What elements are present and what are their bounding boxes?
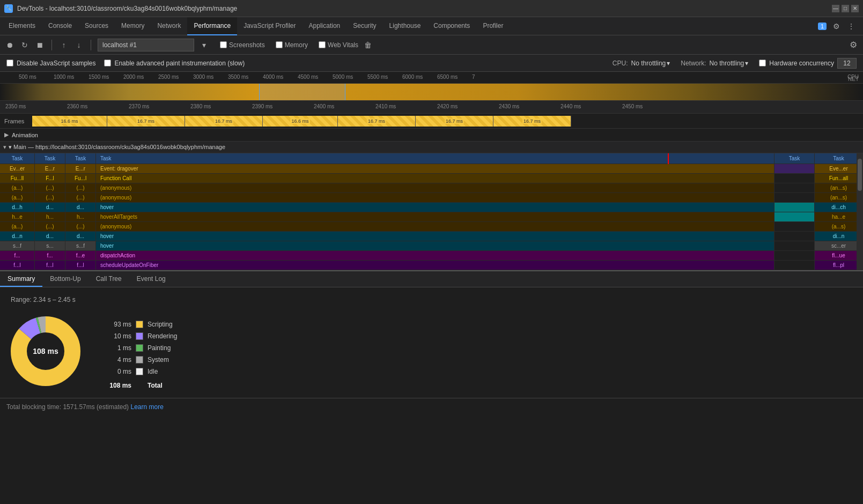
s-col-5 — [775, 241, 815, 250]
bottom-panel: Summary Bottom-Up Call Tree Event Log Ra… — [0, 271, 863, 398]
cpu-value: No throttling — [631, 60, 666, 67]
hat-col-1: h...e — [0, 212, 35, 221]
tab-network[interactable]: Network — [151, 17, 187, 35]
h1-col-5 — [775, 203, 815, 212]
legend-area: 93 ms Scripting 10 ms Rendering 1 ms Pai… — [102, 316, 177, 389]
enable-paint-checkbox[interactable] — [104, 60, 111, 66]
schedule-row: f...l f...l f...l scheduleUpdateOnFiber … — [0, 261, 863, 270]
scripting-name: Scripting — [147, 321, 173, 328]
devtools-settings-button[interactable]: ⚙ — [848, 40, 859, 50]
window-title: DevTools - localhost:3010/classroom/cku3… — [17, 5, 828, 12]
tab-elements[interactable]: Elements — [2, 17, 42, 35]
tab-call-tree[interactable]: Call Tree — [88, 272, 129, 287]
reload-record-button[interactable]: ↻ — [19, 40, 30, 50]
ruler-tick-500: 500 ms — [19, 74, 36, 80]
tab-sources[interactable]: Sources — [78, 17, 115, 35]
disable-js-group: Disable JavaScript samples — [6, 60, 95, 67]
da-col-1: f... — [0, 251, 35, 260]
tab-bottom-up[interactable]: Bottom-Up — [42, 272, 88, 287]
upload-button[interactable]: ↑ — [58, 40, 69, 50]
download-button[interactable]: ↓ — [73, 40, 84, 50]
idle-ms: 0 ms — [102, 368, 131, 375]
tab-application[interactable]: Application — [303, 17, 347, 35]
main-thread-collapse-icon[interactable]: ▾ — [3, 144, 6, 151]
fc-col-5 — [775, 174, 815, 183]
s-col-6: sc...er — [815, 241, 863, 250]
clear-button[interactable]: 🗑 — [363, 40, 373, 50]
anon2-col-2: (...) — [35, 193, 65, 202]
tab-js-profiler[interactable]: JavaScript Profiler — [237, 17, 302, 35]
schedule-label: scheduleUpdateOnFiber — [96, 261, 775, 270]
web-vitals-checkbox[interactable] — [319, 41, 326, 48]
network-label: Network: — [681, 60, 706, 67]
minimize-button[interactable]: — — [832, 5, 839, 12]
memory-checkbox[interactable] — [276, 41, 283, 48]
url-input[interactable] — [98, 39, 194, 51]
right-scrollbar[interactable] — [857, 153, 863, 270]
network-dropdown[interactable]: No throttling ▾ — [710, 60, 749, 67]
h2-col-3: d... — [65, 232, 96, 241]
settings-button[interactable]: ⚙ — [831, 21, 842, 32]
maximize-button[interactable]: □ — [842, 5, 849, 12]
more-button[interactable]: ⋮ — [846, 21, 857, 32]
frames-row: Frames 16.6 ms 16.7 ms 16.7 ms 16.6 ms 1… — [0, 114, 863, 129]
hover-all-targets-label: hoverAllTargets — [96, 212, 775, 221]
task-col-2: Task — [35, 153, 65, 164]
tab-performance[interactable]: Performance — [187, 17, 237, 35]
scripting-swatch — [136, 321, 143, 328]
learn-more-link[interactable]: Learn more — [130, 403, 163, 411]
memory-group: Memory — [276, 41, 308, 49]
donut-label: 108 ms — [33, 347, 58, 355]
ruler-tick-5500: 5500 ms — [367, 74, 388, 80]
total-label: Total — [147, 382, 163, 389]
hat-col-6: ha...e — [815, 212, 863, 221]
h2-col-2: d... — [35, 232, 65, 241]
donut-total: 108 ms — [33, 347, 58, 355]
hw-concurrency-input[interactable] — [837, 58, 857, 69]
disable-js-checkbox[interactable] — [6, 60, 13, 66]
tab-security[interactable]: Security — [346, 17, 382, 35]
screenshots-checkbox[interactable] — [220, 41, 227, 48]
scripting-ms: 93 ms — [102, 321, 131, 328]
h2-col-1: d...n — [0, 232, 35, 241]
tab-console[interactable]: Console — [42, 17, 78, 35]
tab-summary[interactable]: Summary — [0, 272, 42, 287]
bottom-tabs: Summary Bottom-Up Call Tree Event Log — [0, 271, 863, 287]
cpu-dropdown[interactable]: No throttling ▾ — [631, 60, 670, 67]
close-button[interactable]: ✕ — [851, 5, 859, 12]
tab-components[interactable]: Components — [427, 17, 476, 35]
ztick-2390: 2390 ms — [252, 103, 272, 109]
zoomed-ruler: 2350 ms 2360 ms 2370 ms 2380 ms 2390 ms … — [0, 101, 863, 114]
frame-block-4: 16.6 ms — [263, 116, 338, 127]
frame-ms-7: 16.7 ms — [522, 118, 542, 124]
tab-bar: Elements Console Sources Memory Network … — [0, 17, 863, 35]
bottom-content: Range: 2.34 s – 2.45 s — [0, 287, 863, 398]
animation-expand-icon[interactable]: ▶ — [4, 131, 9, 138]
anon2-col-5 — [775, 193, 815, 202]
h1-col-6: di...ch — [815, 203, 863, 212]
overview-area[interactable] — [0, 84, 863, 101]
system-name: System — [147, 356, 169, 364]
ztick-2440: 2440 ms — [560, 103, 581, 109]
overview-selector[interactable] — [259, 84, 345, 100]
anon1-col-2: (...) — [35, 183, 65, 192]
url-dropdown[interactable]: ▾ — [198, 40, 209, 50]
tab-memory[interactable]: Memory — [115, 17, 151, 35]
anon3-col-3: (...) — [65, 222, 96, 231]
sf-col-5 — [775, 261, 815, 270]
record-button[interactable]: ⏺ — [4, 40, 15, 50]
legend-total-row: 108 ms Total — [102, 382, 177, 389]
s-col-3: s...f — [65, 241, 96, 250]
hw-concurrency-checkbox[interactable] — [759, 60, 766, 66]
fc-col-3: Fu...l — [65, 174, 96, 183]
function-call-label: Function Call — [96, 174, 775, 183]
ruler-tick-2000: 2000 ms — [123, 74, 144, 80]
dispatch-row: f... f... f...e dispatchAction fl...ue — [0, 251, 863, 261]
tab-event-log[interactable]: Event Log — [129, 272, 173, 287]
tab-lighthouse[interactable]: Lighthouse — [383, 17, 427, 35]
anon1-col-6: (an...s) — [815, 183, 863, 192]
screenshots-label: Screenshots — [229, 41, 265, 49]
stop-button[interactable]: ⏹ — [34, 40, 45, 50]
tab-profiler[interactable]: Profiler — [476, 17, 510, 35]
painting-swatch — [136, 344, 143, 352]
